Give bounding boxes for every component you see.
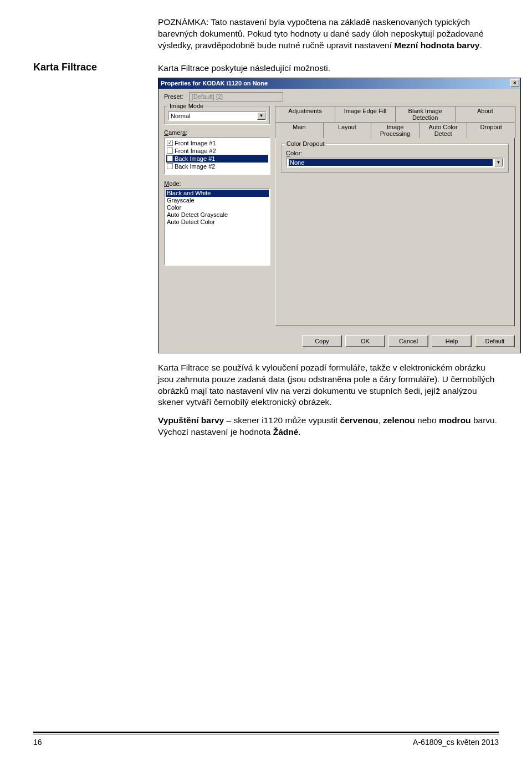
checkbox-icon[interactable]: [167, 148, 173, 154]
image-mode-label: Image Mode: [168, 103, 205, 109]
close-icon[interactable]: ×: [510, 79, 519, 87]
page-number: 16: [33, 738, 42, 747]
tab-layout[interactable]: Layout: [323, 122, 372, 138]
mode-item[interactable]: Grayscale: [166, 197, 269, 204]
properties-dialog: Properties for KODAK i1120 on None × Pre…: [158, 78, 521, 353]
image-mode-value: Normal: [171, 113, 190, 119]
camera-item-label: Front Image #2: [175, 148, 216, 154]
tab-image-processing[interactable]: Image Processing: [371, 122, 420, 138]
tab-adjustments[interactable]: Adjustments: [275, 106, 335, 122]
camera-item-label: Front Image #1: [175, 140, 216, 146]
dropout-color-label: Color:: [286, 150, 504, 156]
doc-id: A-61809_cs květen 2013: [413, 738, 499, 747]
camera-item[interactable]: ✓ Front Image #1: [166, 139, 268, 147]
tabs-front-row: Main Layout Image Processing Auto Color …: [275, 122, 515, 138]
checkbox-icon[interactable]: ✓: [167, 140, 173, 146]
tab-auto-color-detect[interactable]: Auto Color Detect: [419, 122, 468, 138]
section-intro: Karta Filtrace poskytuje následující mož…: [158, 62, 330, 74]
paragraph-1: Karta Filtrace se používá k vyloučení po…: [158, 362, 499, 409]
mode-label: Mode:: [164, 180, 270, 187]
mode-listbox[interactable]: Black and White Grayscale Color Auto Det…: [164, 188, 270, 266]
dialog-title: Properties for KODAK i1120 on None: [161, 80, 268, 87]
section-row: Karta Filtrace Karta Filtrace poskytuje …: [33, 62, 499, 74]
tab-panel-dropout: Color Dropout Color: None ▼: [275, 138, 515, 326]
button-row: Copy OK Cancel Help Default: [158, 332, 520, 353]
tabs-back-row: Adjustments Image Edge Fill Blank Image …: [275, 106, 515, 122]
image-mode-combo[interactable]: Normal ▼: [168, 111, 267, 121]
mode-item[interactable]: Auto Detect Color: [166, 219, 269, 226]
note-label: POZNÁMKA:: [158, 17, 208, 27]
mode-item[interactable]: Black and White: [166, 190, 269, 197]
camera-item[interactable]: Back Image #2: [166, 163, 268, 170]
mode-item[interactable]: Auto Detect Grayscale: [166, 211, 269, 219]
camera-label: Camera:: [164, 129, 270, 136]
camera-item-label: Back Image #1: [175, 155, 215, 162]
camera-listbox[interactable]: ✓ Front Image #1 Front Image #2 Back Ima…: [164, 137, 270, 175]
help-button[interactable]: Help: [432, 335, 472, 347]
camera-item[interactable]: Front Image #2: [166, 147, 268, 155]
tab-image-edge-fill[interactable]: Image Edge Fill: [335, 106, 395, 122]
paragraph-2: Vypuštění barvy – skener i1120 může vypu…: [158, 415, 499, 438]
image-mode-group: Image Mode Normal ▼: [164, 106, 270, 125]
para2-lead: Vypuštění barvy: [158, 415, 224, 425]
titlebar: Properties for KODAK i1120 on None ×: [158, 78, 520, 89]
tab-dropout[interactable]: Dropout: [467, 122, 515, 138]
tab-main[interactable]: Main: [275, 122, 324, 138]
dropout-color-value: None: [289, 159, 493, 166]
preset-row: Preset: [Default] [2]: [158, 89, 520, 103]
chevron-down-icon[interactable]: ▼: [494, 159, 503, 166]
tab-about[interactable]: About: [455, 106, 515, 122]
page-footer: 16 A-61809_cs květen 2013: [33, 732, 499, 747]
note-bold-tail: Mezní hodnota barvy: [394, 40, 479, 50]
default-button[interactable]: Default: [475, 335, 515, 347]
chevron-down-icon[interactable]: ▼: [257, 112, 265, 120]
ok-button[interactable]: OK: [345, 335, 385, 347]
camera-item[interactable]: Back Image #1: [166, 155, 268, 163]
checkbox-icon[interactable]: [167, 155, 173, 161]
tab-blank-image-detection[interactable]: Blank Image Detection: [395, 106, 456, 122]
dialog-screenshot: Properties for KODAK i1120 on None × Pre…: [158, 78, 499, 353]
checkbox-icon[interactable]: [167, 163, 173, 169]
section-heading: Karta Filtrace: [33, 62, 158, 73]
preset-label: Preset:: [164, 93, 183, 100]
color-dropout-group: Color Dropout Color: None ▼: [281, 144, 509, 173]
preset-input: [Default] [2]: [189, 92, 283, 102]
color-dropout-title: Color Dropout: [285, 140, 326, 147]
mode-item[interactable]: Color: [166, 204, 269, 211]
dropout-color-combo[interactable]: None ▼: [286, 158, 504, 168]
note-period: .: [479, 40, 482, 50]
cancel-button[interactable]: Cancel: [388, 335, 428, 347]
copy-button[interactable]: Copy: [302, 335, 342, 347]
note-block: POZNÁMKA: Tato nastavení byla vypočtena …: [158, 17, 499, 52]
camera-item-label: Back Image #2: [175, 163, 215, 170]
